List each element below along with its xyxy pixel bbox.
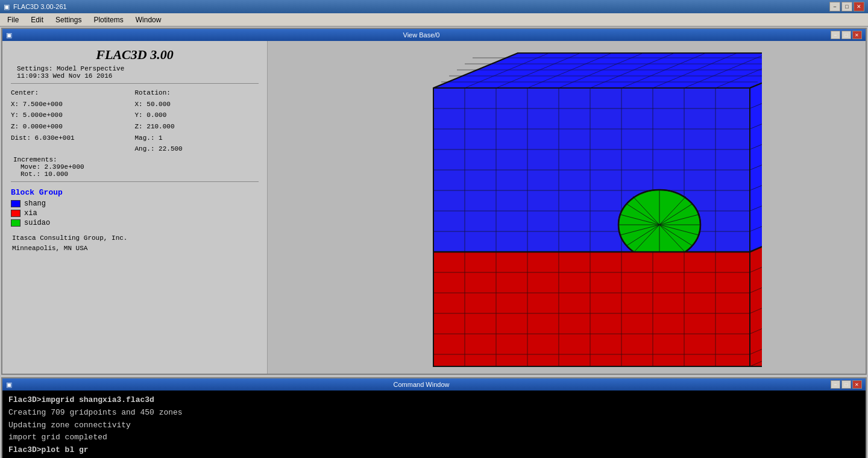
increments-section: Increments: Move: 2.399e+000 Rot.: 10.00… — [11, 156, 259, 178]
divider-1 — [11, 83, 259, 84]
legend-suidao: suidao — [11, 219, 259, 227]
view-minimize-button[interactable]: − — [831, 31, 840, 39]
menu-plotitems[interactable]: Plotitems — [89, 14, 128, 25]
datetime-line: 11:09:33 Wed Nov 16 2016 — [17, 72, 259, 80]
menu-window[interactable]: Window — [131, 14, 166, 25]
title-bar-controls: − □ ✕ — [829, 2, 864, 11]
move-value: Move: 2.399e+000 — [13, 163, 259, 171]
command-window: ▣ Command Window − □ ✕ Flac3D>impgrid sh… — [1, 377, 867, 458]
view-title-icon: ▣ — [6, 31, 12, 39]
rotation-z: Z: 210.000 — [135, 121, 259, 133]
view-content: FLAC3D 3.00 Settings: Model Perspective … — [2, 41, 866, 374]
rotation-label: Rotation: — [135, 87, 259, 99]
block-group-title: Block Group — [11, 188, 259, 197]
cmd-minimize-button[interactable]: − — [831, 380, 840, 389]
cmd-title-controls: − □ ✕ — [831, 380, 862, 389]
rotation-y: Y: 0.000 — [135, 110, 259, 121]
mag-value: Mag.: 1 — [135, 133, 259, 144]
front-face-lower — [433, 252, 750, 366]
view-window: ▣ View Base/0 − □ ✕ FLAC3D 3.00 Settings… — [1, 28, 867, 375]
legend-label-shang: shang — [24, 199, 46, 208]
center-label: Center: — [11, 87, 135, 99]
view-title-bar: ▣ View Base/0 − □ ✕ — [2, 29, 866, 41]
view-maximize-button[interactable]: □ — [841, 31, 851, 39]
app-title-text: FLAC3D 3.00-261 — [13, 3, 67, 10]
app-icon: ▣ — [4, 3, 10, 11]
footer-line1: Itasca Consulting Group, Inc. — [12, 233, 127, 244]
dist-value: Dist: 6.030e+001 — [11, 133, 135, 144]
footer-line2: Minneapolis, MN USA — [12, 243, 127, 254]
cmd-title-text: Command Window — [394, 381, 450, 388]
viewport — [268, 41, 866, 374]
legend-color-shang — [11, 200, 20, 207]
view-title-text: View Base/0 — [403, 31, 440, 39]
divider-2 — [11, 181, 259, 182]
cmd-output: Flac3D>impgrid shangxia3.flac3d Creating… — [8, 394, 860, 457]
rotation-x: X: 50.000 — [135, 99, 259, 110]
view-title-controls: − □ ✕ — [831, 31, 862, 39]
cmd-close-button[interactable]: ✕ — [852, 380, 862, 389]
app-title-bar: ▣ FLAC3D 3.00-261 − □ ✕ — [0, 0, 868, 13]
close-button[interactable]: ✕ — [854, 2, 864, 11]
view-close-button[interactable]: ✕ — [852, 31, 862, 39]
maximize-button[interactable]: □ — [841, 2, 852, 11]
cmd-line-4: Creating 709 gridpoints and 450 zones — [8, 407, 860, 419]
center-y: Y: 5.000e+000 — [11, 110, 135, 121]
increments-label: Increments: — [13, 156, 259, 163]
ang-value: Ang.: 22.500 — [135, 143, 259, 155]
center-z: Z: 0.000e+000 — [11, 121, 135, 133]
menu-file[interactable]: File — [2, 14, 24, 25]
3d-model-svg — [292, 47, 762, 372]
menu-settings[interactable]: Settings — [51, 14, 86, 25]
cmd-title-bar: ▣ Command Window − □ ✕ — [2, 378, 866, 391]
legend-shang: shang — [11, 199, 259, 208]
info-panel: FLAC3D 3.00 Settings: Model Perspective … — [2, 41, 268, 374]
legend-xia: xia — [11, 209, 259, 218]
title-bar-left: ▣ FLAC3D 3.00-261 — [4, 3, 67, 11]
legend-label-xia: xia — [24, 209, 37, 218]
legend-color-suidao — [11, 219, 20, 227]
cmd-content: Flac3D>impgrid shangxia3.flac3d Creating… — [2, 391, 866, 458]
cmd-line-5: Updating zone connectivity — [8, 419, 860, 432]
settings-line: Settings: Model Perspective — [17, 65, 259, 72]
menu-bar: File Edit Settings Plotitems Window — [0, 13, 868, 27]
cmd-title-icon: ▣ — [6, 381, 12, 389]
center-x: X: 7.500e+000 — [11, 99, 135, 110]
main-area: ▣ View Base/0 − □ ✕ FLAC3D 3.00 Settings… — [0, 27, 868, 458]
rot-value: Rot.: 10.000 — [13, 171, 259, 178]
menu-edit[interactable]: Edit — [26, 14, 48, 25]
cmd-maximize-button[interactable]: □ — [841, 380, 851, 389]
legend-color-xia — [11, 210, 20, 217]
cmd-line-6: import grid completed — [8, 431, 860, 444]
flac3d-title: FLAC3D 3.00 — [11, 47, 259, 63]
minimize-button[interactable]: − — [829, 2, 840, 11]
cmd-line-3: Flac3D>impgrid shangxia3.flac3d — [8, 394, 860, 407]
legend-label-suidao: suidao — [24, 219, 50, 227]
cmd-line-7: Flac3D>plot bl gr — [8, 444, 860, 457]
